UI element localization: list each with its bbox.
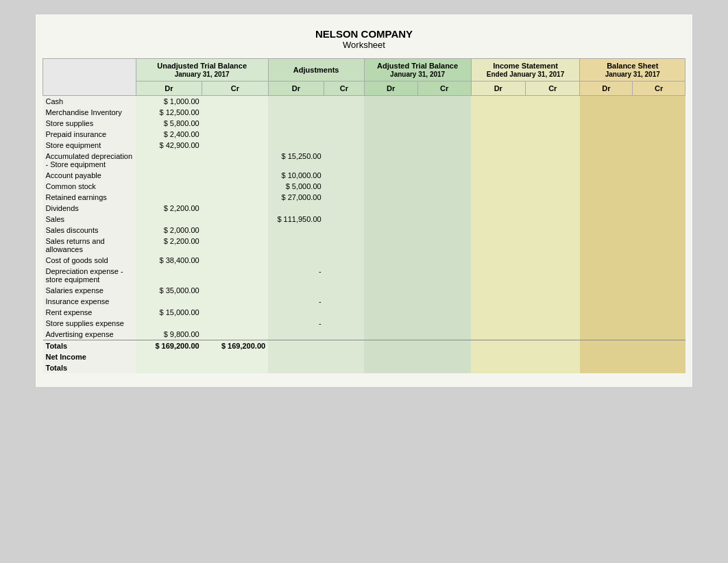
col-sub-at-dr: Dr bbox=[364, 82, 417, 96]
table-row: Sales discounts$ 2,000.00 bbox=[43, 225, 685, 236]
table-row: Cash$ 1,000.00 bbox=[43, 96, 685, 108]
table-row: Sales$ 111,950.00 bbox=[43, 214, 685, 225]
table-row: Insurance expense- bbox=[43, 296, 685, 307]
table-row: Store supplies$ 5,800.00 bbox=[43, 118, 685, 129]
worksheet-container: NELSON COMPANY Worksheet Unadjusted Tria… bbox=[35, 14, 693, 388]
table-row: Store equipment$ 42,900.00 bbox=[43, 140, 685, 151]
table-row: Cost of goods sold$ 38,400.00 bbox=[43, 255, 685, 266]
col-header-account bbox=[43, 59, 136, 96]
table-row: Accumulated depreciation - Store equipme… bbox=[43, 151, 685, 170]
table-row: Prepaid insurance$ 2,400.00 bbox=[43, 129, 685, 140]
col-sub-bs-cr: Cr bbox=[633, 82, 685, 96]
table-row: Salaries expense$ 35,000.00 bbox=[43, 285, 685, 296]
worksheet-table: Unadjusted Trial Balance January 31, 201… bbox=[43, 58, 685, 373]
table-row: Sales returns and allowances$ 2,200.00 bbox=[43, 236, 685, 255]
col-sub-at-cr: Cr bbox=[417, 82, 471, 96]
table-row: Common stock$ 5,000.00 bbox=[43, 181, 685, 192]
table-row: Advertising expense$ 9,800.00 bbox=[43, 329, 685, 340]
col-sub-is-cr: Cr bbox=[526, 82, 580, 96]
company-name: NELSON COMPANY bbox=[43, 28, 685, 40]
worksheet-label: Worksheet bbox=[43, 40, 685, 50]
table-row: Rent expense$ 15,000.00 bbox=[43, 307, 685, 318]
col-sub-unadj-dr: Dr bbox=[136, 82, 202, 96]
col-sub-adj-cr: Cr bbox=[324, 82, 365, 96]
col-header-unadj: Unadjusted Trial Balance January 31, 201… bbox=[136, 59, 268, 82]
table-row: Retained earnings$ 27,000.00 bbox=[43, 192, 685, 203]
col-sub-bs-dr: Dr bbox=[580, 82, 633, 96]
table-row: Merchandise Inventory$ 12,500.00 bbox=[43, 107, 685, 118]
col-sub-is-dr: Dr bbox=[471, 82, 525, 96]
col-header-adj: Adjustments bbox=[268, 59, 364, 82]
col-sub-adj-dr: Dr bbox=[268, 82, 324, 96]
col-header-balance: Balance Sheet January 31, 2017 bbox=[580, 59, 685, 82]
table-row: Store supplies expense- bbox=[43, 318, 685, 329]
net-income-row: Net Income bbox=[43, 351, 685, 362]
totals-row: Totals$ 169,200.00$ 169,200.00 bbox=[43, 340, 685, 352]
table-row: Dividends$ 2,200.00 bbox=[43, 203, 685, 214]
col-header-income: Income Statement Ended January 31, 2017 bbox=[471, 59, 580, 82]
final-totals-row: Totals bbox=[43, 362, 685, 373]
col-header-adj-trial: Adjusted Trial Balance January 31, 2017 bbox=[364, 59, 471, 82]
title-section: NELSON COMPANY Worksheet bbox=[43, 28, 685, 50]
table-row: Account payable$ 10,000.00 bbox=[43, 170, 685, 181]
table-row: Depreciation expense - store equipment- bbox=[43, 266, 685, 285]
col-sub-unadj-cr: Cr bbox=[202, 82, 268, 96]
